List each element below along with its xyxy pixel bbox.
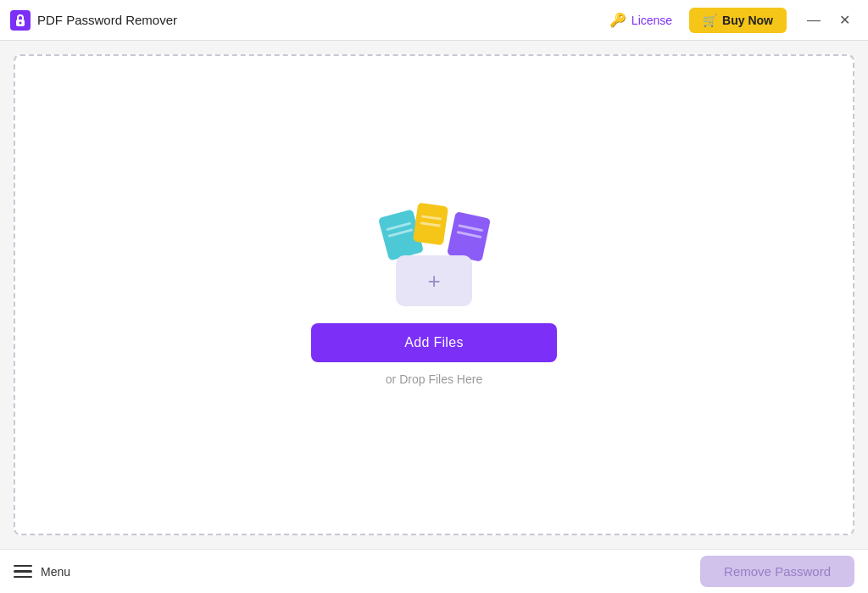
file-card-yellow <box>413 202 448 245</box>
plus-icon: + <box>427 270 440 292</box>
remove-password-button[interactable]: Remove Password <box>700 556 854 587</box>
drop-hint: or Drop Files Here <box>386 372 482 386</box>
folder-tray: + <box>396 255 472 306</box>
app-icon <box>10 10 31 31</box>
svg-point-1 <box>19 21 22 24</box>
drop-zone[interactable]: + Add Files or Drop Files Here <box>14 54 854 535</box>
add-files-button[interactable]: Add Files <box>311 323 557 362</box>
close-icon: ✕ <box>839 12 850 28</box>
hamburger-icon <box>14 565 32 579</box>
window-controls: — ✕ <box>800 7 858 34</box>
main-content: + Add Files or Drop Files Here <box>0 41 868 549</box>
illustration: + <box>375 204 493 306</box>
cart-icon: 🛒 <box>703 14 717 27</box>
buy-now-button[interactable]: 🛒 Buy Now <box>689 8 787 33</box>
license-label: License <box>632 14 672 27</box>
title-bar-left: PDF Password Remover <box>10 10 599 31</box>
app-title: PDF Password Remover <box>37 13 177 27</box>
minimize-button[interactable]: — <box>800 7 827 34</box>
minimize-icon: — <box>807 13 821 28</box>
close-button[interactable]: ✕ <box>831 7 858 34</box>
menu-label: Menu <box>41 565 70 579</box>
bottom-bar: Menu Remove Password <box>0 549 868 593</box>
title-bar: PDF Password Remover 🔑 License 🛒 Buy Now… <box>0 0 868 41</box>
license-button[interactable]: 🔑 License <box>599 8 682 32</box>
title-bar-right: 🔑 License 🛒 Buy Now — ✕ <box>599 7 858 34</box>
file-card-purple <box>447 211 491 262</box>
buy-now-label: Buy Now <box>722 14 773 27</box>
menu-button[interactable]: Menu <box>14 565 70 579</box>
key-icon: 🔑 <box>609 12 626 28</box>
